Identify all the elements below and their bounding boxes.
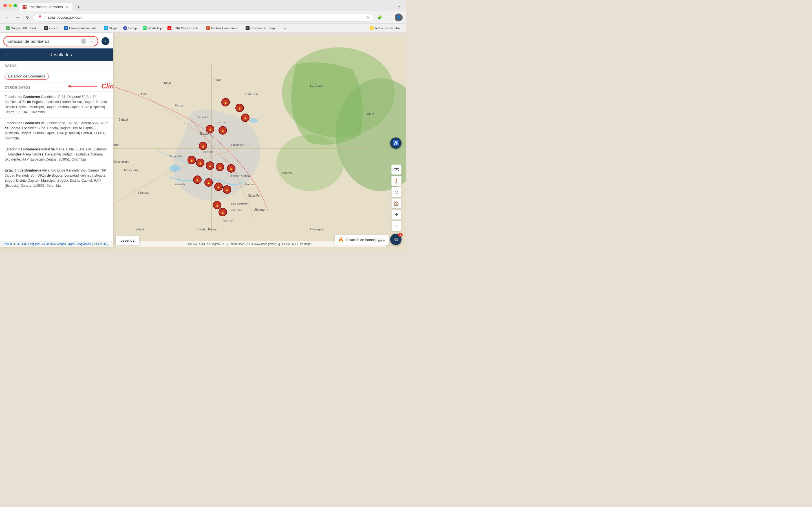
bookmark-label: Google URL Short... [11, 26, 39, 30]
svg-text:Funza: Funza [175, 104, 184, 107]
bookmark-claves[interactable]: M Claves para la elab... [62, 25, 100, 31]
traffic-lights [3, 4, 17, 7]
browser-tab[interactable]: 🗺 Estación de Bomberos × [19, 3, 72, 11]
bookmark-label: Proceso de Tempo... [251, 26, 279, 30]
search-help-button[interactable]: ? [89, 38, 94, 44]
svg-text:Mosquera: Mosquera [124, 168, 138, 172]
svg-text:Santa Fe: Santa Fe [248, 194, 260, 197]
legend-button[interactable]: Leyenda [116, 236, 139, 245]
svg-text:🔥: 🔥 [218, 165, 222, 169]
map-attribution: IDECA La IDE de Bogotá D.C. | Contribuid… [116, 241, 386, 247]
back-button[interactable]: ← [3, 13, 11, 21]
bookmark-favicon: W [143, 26, 147, 30]
svg-text:Puente Aranda: Puente Aranda [231, 174, 250, 177]
svg-text:Granada: Granada [138, 191, 149, 194]
bookmark-youtube[interactable]: ▶ (596) Música De F... [165, 25, 202, 31]
svg-text:🔥: 🔥 [207, 181, 211, 184]
bookmark-favicon: ⏱ [246, 26, 250, 30]
coordinates-bar: Latitud: 4.3491646, Longitud: -74.009949… [0, 241, 113, 247]
tab-close-button[interactable]: × [65, 5, 69, 9]
svg-text:Teusaquillo: Teusaquillo [169, 155, 182, 158]
bookmark-proceso[interactable]: ⏱ Proceso de Tempo... [243, 25, 282, 31]
minimize-button[interactable] [8, 4, 12, 7]
svg-text:🔥: 🔥 [217, 185, 220, 189]
svg-text:Junín: Junín [366, 112, 374, 115]
bookmark-favicon: 🔗 [6, 26, 10, 30]
bookmark-capcut[interactable]: C capcut [42, 25, 61, 31]
svg-text:🔥: 🔥 [225, 188, 229, 191]
bookmarks-more-button[interactable]: » [283, 25, 288, 31]
new-tab-button[interactable]: + [75, 3, 83, 11]
result-item-alejandro-lince[interactable]: Estación de Bomberos Alejandro Lince Ken… [0, 165, 113, 191]
svg-text:🔥: 🔥 [208, 127, 212, 131]
svg-text:🔥: 🔥 [201, 144, 205, 148]
results-list[interactable]: DATOS Estación de Bomberos OTROS DATOS E… [0, 61, 113, 241]
search-bar[interactable]: × ? [3, 36, 98, 46]
map-location-icon[interactable]: ◎ [391, 187, 402, 197]
map-controls: 🗺 🚶 ◎ 🏠 + − [391, 165, 402, 231]
bookmark-google-url[interactable]: 🔗 Google URL Short... [3, 25, 41, 31]
title-bar: 🗺 Estación de Bomberos × + ⌄ [0, 0, 406, 11]
bookmark-fechas[interactable]: 📅 Fechas Conmemor... [204, 25, 242, 31]
tab-manage-button[interactable]: ⌄ [396, 2, 403, 9]
svg-text:🔥: 🔥 [208, 164, 212, 168]
extensions-button[interactable]: 🧩 [375, 13, 384, 21]
svg-text:🔥: 🔥 [190, 158, 194, 162]
scale-label: 6km [377, 239, 382, 242]
map-zoom-in-button[interactable]: + [391, 210, 402, 220]
svg-text:2859,759: 2859,759 [223, 220, 234, 223]
layer-button-container: ⧉ 1 [390, 234, 402, 245]
close-button[interactable] [3, 4, 7, 7]
bookmark-label: Claves para la elab... [69, 26, 98, 30]
svg-text:Choachí: Choachí [282, 171, 294, 175]
svg-text:3127,461: 3127,461 [231, 209, 242, 211]
bookmark-star-icon[interactable]: ☆ [366, 15, 370, 20]
results-title: Resultados [13, 52, 108, 57]
result-item-portal-maria[interactable]: Estacion de Bomberos Portal de Maria, Ca… [0, 144, 113, 165]
bookmark-label: Lupap [128, 26, 137, 30]
bookmark-favicon: 📅 [206, 26, 210, 30]
forward-button[interactable]: → [13, 13, 21, 21]
map-zoom-out-button[interactable]: − [391, 221, 402, 231]
result-item-candelaria[interactable]: Estacion de Bomberos Candelaria B-11, Di… [0, 92, 113, 118]
bookmark-whatsapp[interactable]: W WhatsApp [140, 25, 164, 31]
maximize-button[interactable] [13, 4, 17, 7]
svg-text:🔥: 🔥 [199, 161, 202, 165]
map-layers-icon[interactable]: 🗺 [391, 165, 402, 175]
result-text-portal-maria: Estacion de Bomberos Portal de Maria, Ca… [4, 147, 108, 162]
bookmark-skype[interactable]: S Skype [101, 25, 120, 31]
tab-title: Estación de Bomberos [29, 5, 63, 9]
bookmark-favicon: ● [123, 26, 127, 30]
bookmark-favicon: S [104, 26, 108, 30]
accessibility-button[interactable]: ♿ [390, 137, 402, 149]
map-street-view-icon[interactable]: 🚶 [391, 176, 402, 186]
result-item-vicentenario[interactable]: Estacion de Bomberos del Vicentenario, 1… [0, 118, 113, 144]
svg-text:2621,662: 2621,662 [217, 121, 228, 124]
bookmark-folder-todos[interactable]: 📁 Todos los favoritos [367, 25, 403, 31]
layers-button[interactable]: ⧉ 1 [390, 234, 402, 245]
otros-datos-section-header: OTROS DATOS [0, 83, 113, 92]
datos-section-header: DATOS [0, 61, 113, 70]
map-home-icon[interactable]: 🏠 [391, 198, 402, 209]
address-bar[interactable]: 📍 mapas.bogota.gov.co/# ☆ [34, 13, 373, 22]
back-arrow-button[interactable]: ← [4, 52, 10, 58]
svg-text:2571,652: 2571,652 [197, 115, 208, 118]
reload-button[interactable]: ↻ [24, 13, 32, 21]
svg-text:Ubaque: Ubaque [254, 208, 265, 211]
layer-badge: 1 [398, 233, 403, 237]
svg-text:Chipaque: Chipaque [310, 228, 323, 231]
result-main-label[interactable]: Estación de Bomberos [4, 73, 49, 80]
legend-button-container: Leyenda [116, 236, 139, 245]
search-close-button[interactable]: × [101, 37, 109, 45]
main-content: La Calera Junín Choachí Ubaque Ciudad Bo… [0, 33, 406, 253]
browser-menu-button[interactable]: ⋮ [385, 13, 393, 21]
result-text-candelaria: Estacion de Bomberos Candelaria B-11, Di… [4, 94, 108, 115]
search-input[interactable] [7, 39, 79, 44]
search-section: × ? × [0, 33, 113, 46]
profile-icon[interactable]: 👤 [395, 13, 403, 21]
result-item-estacion-main[interactable]: Estación de Bomberos [0, 70, 113, 83]
bookmark-lupap[interactable]: ● Lupap [121, 25, 139, 31]
search-clear-button[interactable]: × [81, 38, 86, 44]
bookmark-label: Skype [109, 26, 117, 30]
results-header: ← Resultados [0, 48, 113, 61]
